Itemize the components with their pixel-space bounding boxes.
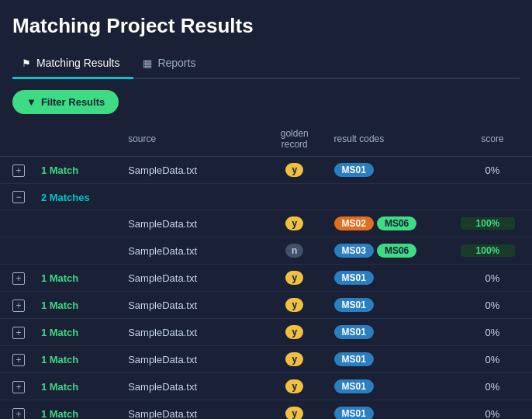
expand-cell[interactable]: + <box>0 346 33 373</box>
score-cell: 0% <box>453 157 532 184</box>
match-count-label: 1 Match <box>41 164 78 176</box>
expand-cell[interactable]: + <box>0 373 33 400</box>
golden-record-cell: y <box>263 373 326 400</box>
source-cell: SampleData.txt <box>120 346 263 373</box>
golden-record-badge: y <box>285 407 303 419</box>
golden-record-cell: n <box>263 237 326 265</box>
golden-record-badge: y <box>285 379 303 393</box>
expand-cell[interactable]: + <box>0 292 33 319</box>
result-codes-cell: MS01 <box>326 373 453 400</box>
col-header-result-codes: result codes <box>326 122 453 157</box>
table-row[interactable]: +1 MatchSampleData.txtyMS010% <box>0 346 532 373</box>
result-code-badge: MS02 <box>334 216 374 230</box>
result-code-badge: MS06 <box>377 244 416 258</box>
golden-record-badge: y <box>285 352 303 366</box>
expand-cell[interactable]: + <box>0 319 33 346</box>
tab-matching-results[interactable]: ⚑ Matching Results <box>12 49 133 79</box>
table-row[interactable]: −2 Matches <box>0 184 532 210</box>
golden-record-cell: y <box>263 210 326 237</box>
golden-record-cell: y <box>263 265 326 292</box>
col-header-score: score <box>453 122 532 157</box>
bar-chart-icon: ▦ <box>143 57 152 69</box>
score-cell: 0% <box>453 265 532 292</box>
plus-icon[interactable]: + <box>12 408 25 420</box>
table-row: SampleData.txtyMS02MS06100% <box>0 210 532 237</box>
plus-icon[interactable]: + <box>12 300 25 312</box>
plus-icon[interactable]: + <box>12 272 25 285</box>
plus-icon[interactable]: + <box>12 327 25 339</box>
filter-icon: ▼ <box>26 96 36 108</box>
match-label-cell: 1 Match <box>33 157 120 184</box>
minus-icon[interactable]: − <box>12 191 25 203</box>
golden-record-cell: y <box>263 400 326 420</box>
match-label-cell: 1 Match <box>33 319 120 346</box>
result-codes-cell: MS01 <box>326 319 453 346</box>
match-count-label: 1 Match <box>41 354 78 365</box>
golden-record-badge: n <box>285 244 303 258</box>
result-code-badge: MS01 <box>334 352 374 366</box>
result-code-badge: MS01 <box>334 163 374 177</box>
table-row[interactable]: +1 MatchSampleData.txtyMS010% <box>0 400 532 420</box>
golden-record-cell: y <box>263 157 326 184</box>
col-header-golden: golden record <box>263 122 326 157</box>
table-header-row: source golden record result codes score <box>0 122 532 157</box>
expand-cell[interactable]: − <box>0 184 33 210</box>
expand-cell[interactable]: + <box>0 265 33 292</box>
toolbar: ▼ Filter Results <box>0 79 532 122</box>
source-cell: SampleData.txt <box>120 292 263 319</box>
table-row[interactable]: +1 MatchSampleData.txtyMS010% <box>0 157 532 184</box>
golden-record-badge: y <box>285 163 303 177</box>
match-label-cell: 1 Match <box>33 292 120 319</box>
result-code-badge: MS01 <box>334 325 374 339</box>
tab-reports[interactable]: ▦ Reports <box>133 49 209 79</box>
match-count-label: 2 Matches <box>41 192 90 203</box>
score-cell: 0% <box>453 373 532 400</box>
result-codes-cell: MS01 <box>326 400 453 420</box>
result-code-badge: MS06 <box>377 216 416 230</box>
filter-results-button[interactable]: ▼ Filter Results <box>12 90 119 114</box>
score-cell: 0% <box>453 400 532 420</box>
table-row[interactable]: +1 MatchSampleData.txtyMS010% <box>0 373 532 400</box>
result-code-badge: MS01 <box>334 271 374 285</box>
golden-record-badge: y <box>285 271 303 285</box>
flag-icon: ⚑ <box>22 57 31 69</box>
source-cell: SampleData.txt <box>120 400 263 420</box>
col-header-match <box>33 122 120 157</box>
match-label-cell: 1 Match <box>33 373 120 400</box>
source-cell: SampleData.txt <box>120 157 263 184</box>
score-cell: 0% <box>453 346 532 373</box>
results-table: source golden record result codes score … <box>0 122 532 419</box>
match-label-cell: 2 Matches <box>33 184 120 210</box>
result-codes-cell: MS01 <box>326 292 453 319</box>
result-code-badge: MS01 <box>334 298 374 312</box>
score-cell: 100% <box>453 237 532 265</box>
expand-cell[interactable]: + <box>0 400 33 420</box>
result-code-badge: MS03 <box>334 244 374 258</box>
plus-icon[interactable]: + <box>12 354 25 366</box>
golden-record-badge: y <box>285 216 303 230</box>
results-table-wrapper: source golden record result codes score … <box>0 122 532 419</box>
page-title: Matching Project Results <box>12 14 520 38</box>
score-cell: 0% <box>453 292 532 319</box>
match-count-label: 1 Match <box>41 408 78 419</box>
score-cell: 100% <box>453 210 532 237</box>
source-cell: SampleData.txt <box>120 319 263 346</box>
result-codes-cell: MS03MS06 <box>326 237 453 265</box>
score-cell: 0% <box>453 319 532 346</box>
source-cell: SampleData.txt <box>120 210 263 237</box>
result-code-badge: MS01 <box>334 379 374 393</box>
expand-cell[interactable]: + <box>0 157 33 184</box>
plus-icon[interactable]: + <box>12 164 25 177</box>
source-cell: SampleData.txt <box>120 373 263 400</box>
page-header: Matching Project Results ⚑ Matching Resu… <box>0 0 532 79</box>
golden-record-cell: y <box>263 346 326 373</box>
match-label-cell: 1 Match <box>33 346 120 373</box>
result-codes-cell: MS01 <box>326 265 453 292</box>
table-row[interactable]: +1 MatchSampleData.txtyMS010% <box>0 265 532 292</box>
plus-icon[interactable]: + <box>12 381 25 393</box>
table-row[interactable]: +1 MatchSampleData.txtyMS010% <box>0 319 532 346</box>
result-codes-cell: MS01 <box>326 157 453 184</box>
match-label-cell: 1 Match <box>33 265 120 292</box>
table-row[interactable]: +1 MatchSampleData.txtyMS010% <box>0 292 532 319</box>
table-row: SampleData.txtnMS03MS06100% <box>0 237 532 265</box>
